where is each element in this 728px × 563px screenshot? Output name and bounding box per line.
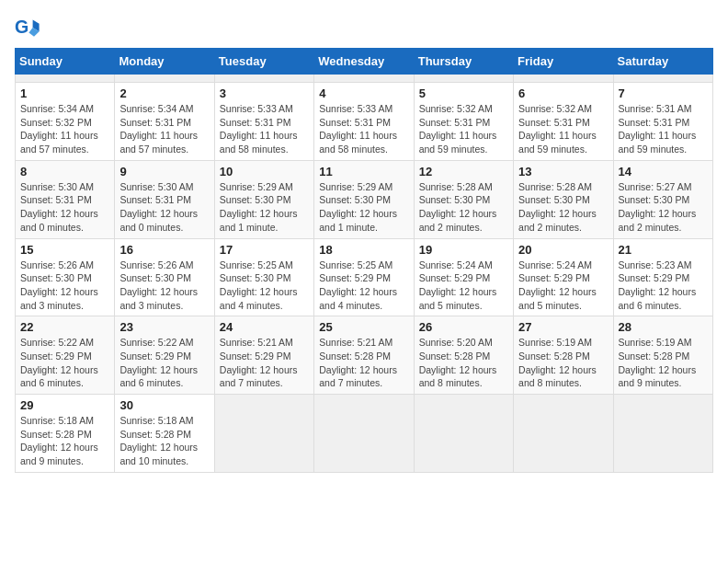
- day-sun-info: Sunrise: 5:19 AMSunset: 5:28 PMDaylight:…: [518, 336, 608, 390]
- calendar-day-cell: 23Sunrise: 5:22 AMSunset: 5:29 PMDayligh…: [115, 316, 214, 395]
- day-number: 3: [220, 86, 309, 100]
- day-of-week-header: Monday: [115, 49, 214, 75]
- day-sun-info: Sunrise: 5:32 AMSunset: 5:31 PMDaylight:…: [518, 102, 608, 156]
- day-sun-info: Sunrise: 5:19 AMSunset: 5:28 PMDaylight:…: [619, 336, 708, 390]
- day-sun-info: Sunrise: 5:34 AMSunset: 5:32 PMDaylight:…: [20, 102, 109, 156]
- day-number: 9: [119, 165, 209, 178]
- day-sun-info: Sunrise: 5:21 AMSunset: 5:28 PMDaylight:…: [319, 336, 408, 390]
- calendar-day-cell: [314, 75, 414, 83]
- day-number: 21: [619, 243, 708, 257]
- day-of-week-header: Wednesday: [314, 49, 414, 75]
- day-number: 30: [119, 398, 209, 412]
- day-sun-info: Sunrise: 5:29 AMSunset: 5:30 PMDaylight:…: [220, 180, 309, 235]
- calendar-day-cell: [314, 395, 414, 473]
- calendar-week-row: 8Sunrise: 5:30 AMSunset: 5:31 PMDaylight…: [16, 160, 713, 238]
- day-sun-info: Sunrise: 5:24 AMSunset: 5:29 PMDaylight:…: [419, 259, 508, 313]
- calendar-day-cell: 8Sunrise: 5:30 AMSunset: 5:31 PMDaylight…: [16, 160, 115, 238]
- calendar-day-cell: 16Sunrise: 5:26 AMSunset: 5:30 PMDayligh…: [115, 238, 214, 316]
- day-of-week-header: Friday: [514, 49, 613, 75]
- calendar-day-cell: 15Sunrise: 5:26 AMSunset: 5:30 PMDayligh…: [16, 238, 115, 316]
- day-number: 18: [319, 243, 408, 257]
- calendar-day-cell: 19Sunrise: 5:24 AMSunset: 5:29 PMDayligh…: [414, 238, 513, 316]
- calendar-day-cell: 11Sunrise: 5:29 AMSunset: 5:30 PMDayligh…: [314, 160, 414, 238]
- calendar-week-row: 1Sunrise: 5:34 AMSunset: 5:32 PMDaylight…: [16, 83, 713, 161]
- day-sun-info: Sunrise: 5:34 AMSunset: 5:31 PMDaylight:…: [119, 102, 209, 156]
- calendar-day-cell: 12Sunrise: 5:28 AMSunset: 5:30 PMDayligh…: [414, 160, 513, 238]
- calendar-day-cell: 10Sunrise: 5:29 AMSunset: 5:30 PMDayligh…: [214, 160, 313, 238]
- day-number: 8: [20, 165, 109, 178]
- calendar-day-cell: 5Sunrise: 5:32 AMSunset: 5:31 PMDaylight…: [414, 83, 513, 161]
- day-number: 10: [220, 165, 309, 178]
- day-of-week-header: Thursday: [414, 49, 513, 75]
- day-sun-info: Sunrise: 5:33 AMSunset: 5:31 PMDaylight:…: [220, 102, 309, 156]
- calendar-week-row: [16, 75, 713, 83]
- calendar-day-cell: 6Sunrise: 5:32 AMSunset: 5:31 PMDaylight…: [514, 83, 613, 161]
- calendar-day-cell: 21Sunrise: 5:23 AMSunset: 5:29 PMDayligh…: [613, 238, 712, 316]
- calendar-day-cell: [613, 75, 712, 83]
- day-number: 2: [119, 86, 209, 100]
- calendar-week-row: 29Sunrise: 5:18 AMSunset: 5:28 PMDayligh…: [16, 395, 713, 473]
- day-number: 15: [20, 243, 109, 257]
- day-sun-info: Sunrise: 5:30 AMSunset: 5:31 PMDaylight:…: [119, 180, 209, 235]
- day-number: 12: [419, 165, 508, 178]
- calendar-table: SundayMondayTuesdayWednesdayThursdayFrid…: [15, 48, 713, 473]
- days-header-row: SundayMondayTuesdayWednesdayThursdayFrid…: [16, 49, 713, 75]
- calendar-day-cell: 20Sunrise: 5:24 AMSunset: 5:29 PMDayligh…: [514, 238, 613, 316]
- day-number: 6: [518, 86, 608, 100]
- day-sun-info: Sunrise: 5:27 AMSunset: 5:30 PMDaylight:…: [619, 180, 708, 235]
- calendar-day-cell: 1Sunrise: 5:34 AMSunset: 5:32 PMDaylight…: [16, 83, 115, 161]
- header: G: [15, 15, 713, 40]
- day-number: 19: [419, 243, 508, 257]
- day-number: 26: [419, 320, 508, 334]
- calendar-day-cell: 13Sunrise: 5:28 AMSunset: 5:30 PMDayligh…: [514, 160, 613, 238]
- calendar-day-cell: 9Sunrise: 5:30 AMSunset: 5:31 PMDaylight…: [115, 160, 214, 238]
- calendar-day-cell: [16, 75, 115, 83]
- day-number: 7: [619, 86, 708, 100]
- day-number: 4: [319, 86, 408, 100]
- day-sun-info: Sunrise: 5:31 AMSunset: 5:31 PMDaylight:…: [619, 102, 708, 156]
- day-of-week-header: Tuesday: [214, 49, 313, 75]
- svg-text:G: G: [15, 17, 28, 37]
- day-sun-info: Sunrise: 5:26 AMSunset: 5:30 PMDaylight:…: [20, 259, 109, 313]
- calendar-day-cell: 27Sunrise: 5:19 AMSunset: 5:28 PMDayligh…: [514, 316, 613, 395]
- calendar-day-cell: 24Sunrise: 5:21 AMSunset: 5:29 PMDayligh…: [214, 316, 313, 395]
- calendar-day-cell: [414, 395, 513, 473]
- day-sun-info: Sunrise: 5:29 AMSunset: 5:30 PMDaylight:…: [319, 180, 408, 235]
- calendar-day-cell: 3Sunrise: 5:33 AMSunset: 5:31 PMDaylight…: [214, 83, 313, 161]
- day-number: 29: [20, 398, 109, 412]
- day-number: 25: [319, 320, 408, 334]
- day-of-week-header: Saturday: [613, 49, 712, 75]
- calendar-day-cell: [214, 75, 313, 83]
- calendar-day-cell: 29Sunrise: 5:18 AMSunset: 5:28 PMDayligh…: [16, 395, 115, 473]
- day-sun-info: Sunrise: 5:30 AMSunset: 5:31 PMDaylight:…: [20, 180, 109, 235]
- day-sun-info: Sunrise: 5:26 AMSunset: 5:30 PMDaylight:…: [119, 259, 209, 313]
- calendar-day-cell: 17Sunrise: 5:25 AMSunset: 5:30 PMDayligh…: [214, 238, 313, 316]
- day-number: 1: [20, 86, 109, 100]
- calendar-day-cell: 4Sunrise: 5:33 AMSunset: 5:31 PMDaylight…: [314, 83, 414, 161]
- calendar-day-cell: 28Sunrise: 5:19 AMSunset: 5:28 PMDayligh…: [613, 316, 712, 395]
- day-sun-info: Sunrise: 5:23 AMSunset: 5:29 PMDaylight:…: [619, 259, 708, 313]
- day-number: 17: [220, 243, 309, 257]
- day-number: 5: [419, 86, 508, 100]
- day-of-week-header: Sunday: [16, 49, 115, 75]
- calendar-day-cell: 7Sunrise: 5:31 AMSunset: 5:31 PMDaylight…: [613, 83, 712, 161]
- day-number: 13: [518, 165, 608, 178]
- calendar-day-cell: 18Sunrise: 5:25 AMSunset: 5:29 PMDayligh…: [314, 238, 414, 316]
- calendar-day-cell: [214, 395, 313, 473]
- calendar-day-cell: [514, 75, 613, 83]
- calendar-day-cell: 14Sunrise: 5:27 AMSunset: 5:30 PMDayligh…: [613, 160, 712, 238]
- day-sun-info: Sunrise: 5:32 AMSunset: 5:31 PMDaylight:…: [419, 102, 508, 156]
- calendar-week-row: 22Sunrise: 5:22 AMSunset: 5:29 PMDayligh…: [16, 316, 713, 395]
- day-sun-info: Sunrise: 5:18 AMSunset: 5:28 PMDaylight:…: [119, 414, 209, 468]
- calendar-day-cell: 30Sunrise: 5:18 AMSunset: 5:28 PMDayligh…: [115, 395, 214, 473]
- calendar-day-cell: 2Sunrise: 5:34 AMSunset: 5:31 PMDaylight…: [115, 83, 214, 161]
- calendar-day-cell: [613, 395, 712, 473]
- calendar-day-cell: 26Sunrise: 5:20 AMSunset: 5:28 PMDayligh…: [414, 316, 513, 395]
- logo: G: [15, 15, 44, 40]
- day-number: 27: [518, 320, 608, 334]
- day-sun-info: Sunrise: 5:21 AMSunset: 5:29 PMDaylight:…: [220, 336, 309, 390]
- day-number: 16: [119, 243, 209, 257]
- day-number: 24: [220, 320, 309, 334]
- day-sun-info: Sunrise: 5:18 AMSunset: 5:28 PMDaylight:…: [20, 414, 109, 468]
- logo-icon: G: [15, 15, 40, 40]
